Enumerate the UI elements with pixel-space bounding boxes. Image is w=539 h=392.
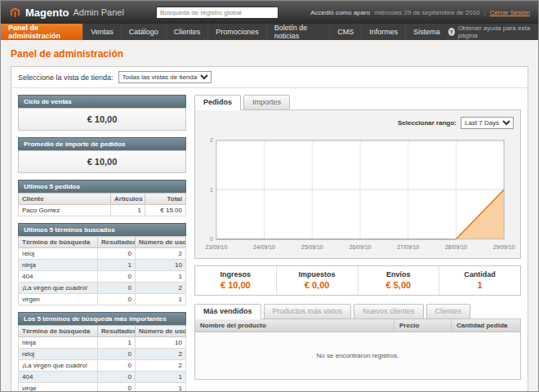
term-cell: 404 xyxy=(19,271,98,283)
store-view-label: Seleccione la vista de tienda: xyxy=(18,74,114,82)
store-switcher: Seleccione la vista de tienda: Todas las… xyxy=(11,67,528,88)
svg-text:2: 2 xyxy=(210,137,213,143)
stat-value: 1 xyxy=(439,280,520,290)
table-row[interactable]: ¡La virgen que cuadro! 0 2 xyxy=(19,360,186,372)
range-selector: Seleccionar rango: Last 7 Days xyxy=(200,115,515,134)
results-cell: 0 xyxy=(98,283,136,294)
average-orders-panel: Promedio de importe de pedidos € 10,00 xyxy=(18,137,186,173)
nav-item-informes[interactable]: Informes xyxy=(362,24,406,40)
table-row[interactable]: 404 0 1 xyxy=(19,372,186,383)
uses-cell: 2 xyxy=(136,283,186,294)
tab-mas-vendidos[interactable]: Más vendidos xyxy=(194,304,261,319)
col-resultados: Resultados xyxy=(98,237,136,248)
empty-message: No se encontraron registros. xyxy=(195,332,520,379)
col-termino: Término de búsqueda xyxy=(19,237,98,248)
magento-admin-window: Magento Admin Panel Accedió como aparo m… xyxy=(0,0,539,392)
table-row[interactable]: ninja 1 10 xyxy=(19,260,186,271)
svg-text:29/09/10: 29/09/10 xyxy=(493,244,515,250)
range-select[interactable]: Last 7 Days xyxy=(461,117,514,129)
last-search-panel: Ultimos 5 términos buscados Término de b… xyxy=(18,223,186,305)
table-row[interactable]: virgen 0 1 xyxy=(19,294,186,305)
col-cantidad-pedida: Cantidad pedida xyxy=(451,319,520,332)
logo: Magento Admin Panel xyxy=(9,7,124,19)
uses-cell: 1 xyxy=(136,271,186,283)
table-row[interactable]: Paco Gomez 1 € 15.00 xyxy=(19,205,186,216)
table-row[interactable]: 404 0 1 xyxy=(19,271,186,283)
stat-value: € 5,00 xyxy=(359,280,439,290)
header-bar: Magento Admin Panel Accedió como aparo m… xyxy=(1,1,538,24)
nav-item-cms[interactable]: CMS xyxy=(330,24,362,40)
tab-pedidos[interactable]: Pedidos xyxy=(194,95,241,110)
range-label: Seleccionar rango: xyxy=(398,119,457,127)
svg-text:23/09/10: 23/09/10 xyxy=(205,244,227,250)
stat-value: € 10,00 xyxy=(195,280,276,290)
header-date: miércoles 29 de septiembre de 2010 xyxy=(374,9,479,16)
logo-text: Magento xyxy=(25,7,69,19)
panel-title-lifetime-sales: Ciclo de ventas xyxy=(18,95,186,108)
col-usos: Número de usos xyxy=(136,326,186,337)
dashboard-left-column: Ciclo de ventas € 10,00 Promedio de impo… xyxy=(18,95,186,391)
tab-importes[interactable]: Importes xyxy=(243,95,290,110)
results-cell: 0 xyxy=(98,383,136,392)
stat-label: Envíos xyxy=(359,270,439,278)
last-orders-panel: Ultimos 5 pedidos Cliente Artículos Tota… xyxy=(18,180,186,216)
page-content: Panel de administración Seleccione la vi… xyxy=(1,40,538,391)
uses-cell: 1 xyxy=(136,383,186,392)
average-orders-value: € 10,00 xyxy=(18,150,186,173)
term-cell: virgen xyxy=(19,294,98,305)
svg-text:26/09/10: 26/09/10 xyxy=(350,244,372,250)
nav-item-sistema[interactable]: Sistema xyxy=(406,24,448,40)
logout-link[interactable]: Cerrar Sesión xyxy=(490,9,530,16)
grid-tabs: Más vendidos Productos más vistos Nuevos… xyxy=(194,304,521,319)
tab-clientes[interactable]: Clientes xyxy=(426,304,471,319)
bestsellers-panel: Nombre del producto Precio Cantidad pedi… xyxy=(194,318,521,380)
uses-cell: 1 xyxy=(136,372,186,383)
panel-title-top-search: Los 5 términos de búsqueda más important… xyxy=(18,312,186,325)
store-view-select[interactable]: Todas las vistas de tienda xyxy=(118,71,212,83)
uses-cell: 2 xyxy=(136,248,186,260)
term-cell: ¡La virgen que cuadro! xyxy=(19,283,98,294)
dashboard-container: Seleccione la vista de tienda: Todas las… xyxy=(11,66,528,391)
uses-cell: 2 xyxy=(136,349,186,360)
top-search-table: Término de búsqueda Resultados Número de… xyxy=(18,325,186,391)
help-link[interactable]: ? Obtener ayuda para esta página xyxy=(448,24,532,40)
help-label: Obtener ayuda para esta página xyxy=(458,24,532,39)
header-user-area: Accedió como aparo miércoles 29 de septi… xyxy=(310,9,530,16)
col-total: Total xyxy=(145,194,186,205)
table-row[interactable]: ¡La virgen que cuadro! 0 2 xyxy=(19,283,186,294)
diagram-tabs: Pedidos Importes xyxy=(194,95,521,110)
header-separator: | xyxy=(484,9,486,16)
svg-text:28/09/10: 28/09/10 xyxy=(445,244,467,250)
table-header-row: Término de búsqueda Resultados Número de… xyxy=(19,326,186,337)
logo-subtitle: Admin Panel xyxy=(73,7,123,17)
results-cell: 0 xyxy=(98,248,136,260)
table-header-row: Cliente Artículos Total xyxy=(19,194,186,205)
nav-item-dashboard[interactable]: Panel de administración xyxy=(1,24,83,40)
nav-item-clientes[interactable]: Clientes xyxy=(167,24,209,40)
main-nav: Panel de administración Ventas Catálogo … xyxy=(1,24,538,40)
last-orders-table: Cliente Artículos Total Paco Gomez 1 € 1… xyxy=(18,193,186,216)
nav-item-ventas[interactable]: Ventas xyxy=(83,24,122,40)
orders-chart: 01223/09/1024/09/1025/09/1026/09/1027/09… xyxy=(200,134,515,253)
magento-logo-icon xyxy=(9,7,21,19)
nav-item-catalogo[interactable]: Catálogo xyxy=(122,24,167,40)
term-cell: reloj xyxy=(19,349,98,360)
results-cell: 0 xyxy=(98,271,136,283)
tab-productos-mas-vistos[interactable]: Productos más vistos xyxy=(264,304,352,319)
total-cell: € 15.00 xyxy=(145,205,186,216)
table-row[interactable]: reloj 0 2 xyxy=(19,248,186,260)
svg-text:0: 0 xyxy=(210,236,213,242)
nav-item-promociones[interactable]: Promociones xyxy=(208,24,267,40)
results-cell: 1 xyxy=(98,260,136,271)
nav-item-boletin[interactable]: Boletín de noticias xyxy=(267,24,330,40)
help-icon: ? xyxy=(448,28,455,36)
tab-nuevos-clientes[interactable]: Nuevos clientes xyxy=(354,304,424,319)
uses-cell: 2 xyxy=(136,360,186,372)
stat-impuestos: Impuestos € 0,00 xyxy=(277,266,359,295)
table-row[interactable]: reloj 0 2 xyxy=(19,349,186,360)
stat-ingresos: Ingresos € 10,00 xyxy=(195,266,277,295)
lifetime-sales-value: € 10,00 xyxy=(18,108,186,131)
table-row[interactable]: virge 0 1 xyxy=(19,383,186,392)
global-search-input[interactable] xyxy=(156,7,278,19)
table-row[interactable]: ninja 1 10 xyxy=(19,337,186,349)
